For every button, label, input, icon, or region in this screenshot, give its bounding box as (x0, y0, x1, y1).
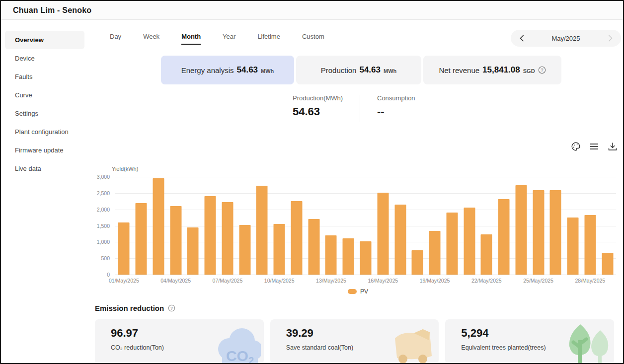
pv-bar-16/May/2025[interactable] (377, 193, 389, 275)
sidebar-item-curve[interactable]: Curve (5, 86, 84, 104)
emission-help-icon[interactable]: ? (168, 304, 175, 312)
gridline (115, 275, 616, 275)
pv-bar-22/May/2025[interactable] (481, 234, 492, 275)
period-tabs-row: DayWeekMonthYearLifetimeCustom May/2025 (93, 29, 623, 49)
legend-pv-swatch (348, 289, 357, 294)
consumption-stat-value: -- (377, 105, 444, 118)
chevron-right-icon (608, 35, 613, 42)
pv-bar-14/May/2025[interactable] (343, 238, 354, 275)
pv-bar-01/May/2025[interactable] (118, 222, 130, 275)
consumption-stat-label: Consumption (377, 94, 444, 102)
pv-bar-13/May/2025[interactable] (325, 235, 337, 275)
menu-icon[interactable] (589, 141, 600, 152)
next-month-button[interactable] (599, 35, 621, 42)
x-tick-label: 04/May/2025 (160, 278, 191, 284)
energy-analysis-unit: MWh (261, 66, 274, 74)
production-label: Production (321, 66, 357, 74)
yield-bar-chart: Yield(kWh) 05001,0001,5002,0002,5003,000… (93, 164, 623, 292)
production-consumption-panel: Production(MWh) 54.63 Consumption -- (293, 94, 623, 123)
tab-lifetime[interactable]: Lifetime (257, 33, 280, 45)
emission-reduction-section: Emission reduction ? 96.97 CO₂ reduction… (95, 304, 614, 364)
pv-bar-20/May/2025[interactable] (446, 213, 458, 275)
plant-title: Chuan Lim - Senoko (13, 6, 91, 15)
production-value: 54.63 (359, 65, 381, 75)
sidebar-item-firmware-update[interactable]: Firmware update (5, 141, 84, 159)
pv-bar-27/May/2025[interactable] (567, 218, 579, 275)
sidebar-item-faults[interactable]: Faults (5, 68, 84, 86)
x-tick-label: 13/May/2025 (316, 278, 346, 284)
production-stat-label: Production(MWh) (293, 94, 360, 102)
pv-bar-09/May/2025[interactable] (256, 186, 268, 275)
date-picker-value[interactable]: May/2025 (533, 35, 599, 42)
x-tick-label: 10/May/2025 (264, 278, 295, 284)
y-tick-label: 2,000 (97, 207, 110, 213)
y-tick-label: 2,500 (97, 190, 110, 196)
chart-y-ticks: 05001,0001,5002,0002,5003,000 (93, 177, 113, 275)
tab-month[interactable]: Month (181, 33, 201, 45)
sidebar-item-overview[interactable]: Overview (5, 31, 84, 49)
x-tick-label: 22/May/2025 (471, 278, 502, 284)
pv-bar-21/May/2025[interactable] (464, 208, 475, 275)
tab-day[interactable]: Day (110, 33, 121, 45)
pv-bar-17/May/2025[interactable] (394, 205, 406, 275)
pv-bar-06/May/2025[interactable] (205, 196, 216, 275)
pv-bar-15/May/2025[interactable] (360, 241, 372, 275)
production-unit: MWh (384, 66, 396, 74)
sidebar-item-plant-configuration[interactable]: Plant configuration (5, 123, 84, 141)
x-tick-label: 19/May/2025 (420, 278, 450, 284)
chart-legend[interactable]: PV (93, 288, 623, 295)
x-tick-label: 28/May/2025 (575, 278, 606, 284)
y-tick-label: 1,500 (97, 223, 110, 229)
pv-bar-29/May/2025[interactable] (602, 253, 613, 275)
legend-pv-label: PV (360, 288, 368, 295)
download-icon[interactable] (607, 141, 618, 152)
net-revenue-card[interactable]: Net revenue 15,841.08SGD ? (423, 56, 561, 84)
emission-reduction-title: Emission reduction (95, 304, 164, 312)
production-stat: Production(MWh) 54.63 (293, 94, 360, 123)
pv-bar-04/May/2025[interactable] (170, 206, 181, 275)
x-tick-label: 01/May/2025 (109, 278, 139, 284)
pv-bar-19/May/2025[interactable] (429, 231, 441, 275)
sidebar-item-settings[interactable]: Settings (5, 104, 84, 123)
svg-text:?: ? (541, 68, 543, 73)
summary-cards: Energy analysis 54.63MWh Production 54.6… (161, 56, 623, 84)
pv-bar-11/May/2025[interactable] (291, 201, 302, 275)
app-window: Chuan Lim - Senoko OverviewDeviceFaultsC… (0, 0, 624, 364)
tab-custom[interactable]: Custom (302, 33, 324, 45)
tab-year[interactable]: Year (223, 33, 235, 45)
net-revenue-label: Net revenue (439, 66, 479, 74)
tab-week[interactable]: Week (143, 33, 159, 45)
chevron-left-icon (520, 35, 524, 42)
pv-bar-10/May/2025[interactable] (274, 224, 285, 275)
pv-bar-05/May/2025[interactable] (187, 227, 199, 275)
svg-text:?: ? (170, 306, 173, 311)
pv-bar-18/May/2025[interactable] (412, 250, 423, 275)
pv-bar-25/May/2025[interactable] (533, 190, 544, 275)
prev-month-button[interactable] (511, 35, 533, 42)
theme-palette-icon[interactable] (570, 141, 581, 152)
sidebar-item-device[interactable]: Device (5, 49, 84, 68)
energy-analysis-card[interactable]: Energy analysis 54.63MWh (161, 56, 294, 84)
pv-bar-26/May/2025[interactable] (550, 190, 561, 275)
main-content: DayWeekMonthYearLifetimeCustom May/2025 … (93, 20, 623, 363)
pv-bar-07/May/2025[interactable] (222, 202, 233, 275)
trees-icon (561, 323, 611, 364)
energy-analysis-value: 54.63 (237, 65, 258, 75)
pv-bar-03/May/2025[interactable] (153, 178, 164, 275)
pv-bar-08/May/2025[interactable] (239, 225, 250, 275)
sidebar-item-live-data[interactable]: Live data (5, 159, 84, 178)
pv-bar-02/May/2025[interactable] (136, 203, 147, 275)
x-tick-label: 25/May/2025 (523, 278, 553, 284)
chart-y-axis-title: Yield(kWh) (112, 166, 138, 172)
pv-bar-12/May/2025[interactable] (308, 219, 319, 275)
coal-cart-icon (388, 325, 436, 364)
gridline (115, 177, 616, 177)
production-card[interactable]: Production 54.63MWh (296, 56, 421, 84)
pv-bar-24/May/2025[interactable] (515, 185, 527, 275)
pv-bar-23/May/2025[interactable] (498, 199, 510, 275)
net-revenue-unit: SGD (523, 66, 535, 74)
pv-bar-28/May/2025[interactable] (584, 215, 596, 275)
net-revenue-help-icon[interactable]: ? (538, 66, 546, 74)
co2-reduction-card: 96.97 CO₂ reduction(Ton) CO2 (95, 319, 264, 364)
y-tick-label: 1,000 (97, 239, 110, 245)
